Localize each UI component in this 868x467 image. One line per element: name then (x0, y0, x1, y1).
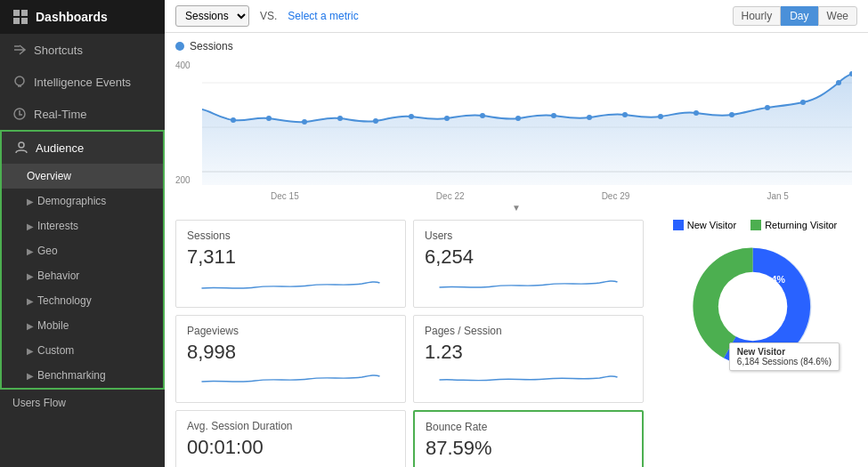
stats-left: Sessions 7,311 Users 6,254 Pageviews 8,9… (175, 220, 644, 467)
sidebar-item-intelligence-label: Intelligence Events (34, 76, 131, 89)
svg-point-26 (800, 100, 806, 105)
svg-rect-1 (21, 10, 28, 16)
geo-label: Geo (37, 245, 58, 257)
stat-value-pageviews: 8,998 (187, 341, 394, 364)
mini-chart-pages-session (425, 367, 632, 392)
svg-point-11 (266, 116, 272, 121)
legend-new-visitor-color (673, 220, 684, 230)
stat-label-pages-session: Pages / Session (425, 325, 632, 337)
shortcuts-icon (12, 43, 27, 57)
sidebar-item-overview[interactable]: Overview (2, 164, 163, 189)
x-label-dec22: Dec 22 (436, 191, 465, 201)
sidebar-item-audience[interactable]: Audience (2, 132, 163, 164)
sidebar-item-geo[interactable]: ▶ Geo (2, 238, 163, 263)
sidebar-item-demographics[interactable]: ▶ Demographics (2, 189, 163, 213)
sessions-dot (175, 42, 184, 51)
users-flow-label: Users Flow (12, 397, 66, 409)
svg-point-14 (373, 118, 378, 124)
select-metric-link[interactable]: Select a metric (288, 10, 358, 22)
time-btn-day[interactable]: Day (781, 6, 817, 26)
svg-point-18 (515, 116, 521, 121)
sidebar-item-intelligence-events[interactable]: Intelligence Events (0, 66, 165, 98)
stat-label-users: Users (425, 229, 632, 242)
chart-y-labels: 400 200 (175, 56, 202, 189)
stat-value-bounce-rate: 87.59% (426, 437, 631, 460)
sidebar-item-technology[interactable]: ▶ Technology (2, 288, 163, 313)
stats-grid: Sessions 7,311 Users 6,254 Pageviews 8,9… (175, 220, 644, 467)
x-label-jan5: Jan 5 (767, 191, 788, 201)
sidebar-item-custom[interactable]: ▶ Custom (2, 338, 163, 363)
svg-point-20 (587, 115, 592, 120)
svg-rect-0 (13, 10, 20, 16)
svg-point-6 (19, 142, 24, 148)
stat-card-users: Users 6,254 (413, 220, 644, 308)
chart-legend: New Visitor Returning Visitor (673, 220, 838, 230)
audience-section: Audience Overview ▶ Demographics ▶ Inter… (0, 130, 165, 390)
audience-icon (14, 141, 28, 155)
pie-tooltip-label: New Visitor (737, 347, 831, 357)
stat-card-bounce-rate: Bounce Rate 87.59% (413, 410, 644, 467)
svg-point-19 (551, 113, 556, 118)
sidebar-header[interactable]: Dashboards (0, 0, 165, 34)
sidebar-item-shortcuts[interactable]: Shortcuts (0, 34, 165, 66)
sidebar-item-mobile[interactable]: ▶ Mobile (2, 313, 163, 338)
time-btn-week[interactable]: Wee (818, 6, 857, 26)
chart-area: Sessions 400 200 (165, 33, 868, 213)
interests-label: Interests (37, 220, 78, 232)
stat-card-pages-session: Pages / Session 1.23 (413, 315, 644, 403)
pie-container: 15.4% New Visitor 6,184 Sessions (84.6%) (670, 238, 840, 380)
time-btn-hourly[interactable]: Hourly (733, 6, 782, 26)
mobile-label: Mobile (37, 319, 69, 332)
y-label-400: 400 (175, 60, 202, 70)
stat-label-pageviews: Pageviews (187, 325, 394, 337)
svg-point-13 (337, 116, 343, 121)
svg-rect-2 (13, 18, 20, 24)
svg-point-25 (765, 105, 770, 110)
stat-label-sessions: Sessions (187, 229, 394, 242)
chart-series-label: Sessions (190, 40, 233, 52)
legend-new-visitor: New Visitor (673, 220, 736, 230)
chart-svg-wrapper (202, 56, 857, 188)
sidebar-item-real-time-label: Real-Time (34, 108, 86, 121)
mini-chart-sessions (187, 272, 394, 297)
sidebar-item-interests[interactable]: ▶ Interests (2, 213, 163, 238)
svg-point-21 (622, 112, 628, 117)
stat-card-pageviews: Pageviews 8,998 (175, 315, 406, 403)
legend-returning-visitor-label: Returning Visitor (765, 220, 837, 230)
chart-scroll-arrow[interactable]: ▼ (175, 203, 857, 213)
stat-value-sessions: 7,311 (187, 246, 394, 269)
main-content: Sessions VS. Select a metric Hourly Day … (165, 0, 868, 467)
svg-point-24 (729, 112, 734, 117)
x-label-dec15: Dec 15 (271, 191, 299, 201)
mini-chart-pageviews (187, 367, 394, 392)
sidebar-item-behavior[interactable]: ▶ Behavior (2, 263, 163, 288)
sidebar: Dashboards Shortcuts Intelligence Events… (0, 0, 165, 467)
stat-value-avg-session: 00:01:00 (187, 436, 394, 459)
x-label-dec29: Dec 29 (602, 191, 630, 201)
svg-point-22 (658, 114, 663, 119)
audience-label: Audience (36, 141, 84, 155)
sidebar-item-benchmarking[interactable]: ▶ Benchmarking (2, 363, 163, 388)
sessions-label: Sessions (175, 40, 857, 52)
svg-point-15 (409, 114, 414, 119)
stats-area: Sessions 7,311 Users 6,254 Pageviews 8,9… (165, 213, 868, 467)
y-label-200: 200 (175, 175, 202, 185)
benchmarking-label: Benchmarking (37, 369, 106, 382)
svg-point-4 (15, 76, 24, 85)
metric-select[interactable]: Sessions (175, 5, 249, 27)
pie-tooltip: New Visitor 6,184 Sessions (84.6%) (729, 342, 840, 371)
sidebar-item-users-flow[interactable]: Users Flow (0, 390, 165, 416)
stat-card-sessions: Sessions 7,311 (175, 220, 406, 308)
svg-point-16 (444, 116, 450, 121)
mini-chart-bounce-rate (426, 463, 631, 467)
time-buttons: Hourly Day Wee (733, 6, 858, 26)
legend-new-visitor-label: New Visitor (687, 220, 736, 230)
sidebar-item-real-time[interactable]: Real-Time (0, 98, 165, 130)
technology-label: Technology (37, 294, 92, 307)
svg-point-23 (694, 110, 699, 116)
chart-container: 400 200 (175, 56, 857, 189)
legend-returning-visitor-color (750, 220, 761, 230)
stat-label-avg-session: Avg. Session Duration (187, 420, 394, 432)
clock-icon (12, 107, 27, 121)
sidebar-header-label: Dashboards (36, 10, 108, 24)
